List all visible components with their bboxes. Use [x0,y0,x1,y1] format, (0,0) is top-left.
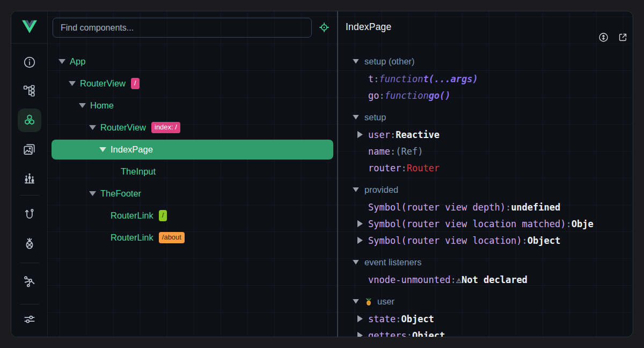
assets-icon [23,142,36,156]
components-icon [23,113,36,127]
state-row-Symbol-router-view-location-matched-[interactable]: Symbol(router view location matched) : O… [338,215,633,232]
pages-icon [23,84,36,98]
key-value-separator: : [390,146,396,157]
state-row-getters[interactable]: getters : Object [338,327,633,337]
state-row-user[interactable]: user : Reactive [338,126,633,143]
state-row-name: name : (Ref) [338,143,633,160]
tree-node-TheInput[interactable]: TheInput [48,161,337,183]
route-badge: /about [159,232,185,243]
collapse-arrow-icon[interactable] [353,59,359,64]
state-value: Reactive [396,129,440,140]
state-value: Obje [572,219,594,229]
collapse-arrow-icon[interactable] [58,59,65,64]
state-key: state [368,314,396,324]
tree-node-RouterView[interactable]: RouterView/ [48,73,337,95]
sidebar-item-graph[interactable] [18,270,41,293]
state-key: router [368,163,401,173]
key-value-separator: : [374,74,379,84]
section-label: setup (other) [364,56,415,67]
tree-node-label: RouterLink [111,233,153,243]
section-header-setup-other-[interactable]: setup (other) [338,52,633,70]
open-in-editor-button[interactable] [615,30,630,45]
tree-node-TheFooter[interactable]: TheFooter [48,183,337,205]
router-icon [23,207,36,221]
collapse-arrow-icon[interactable] [353,299,359,304]
tree-node-label: RouterView [100,122,146,133]
tree-node-label: RouterLink [111,211,153,221]
collapse-arrow-icon[interactable] [89,191,96,196]
search-input[interactable] [53,18,312,38]
state-key: name [368,146,390,157]
state-value: undefined [511,202,560,213]
expand-arrow-icon[interactable] [357,237,363,244]
section-label: event listeners [364,257,421,267]
tree-node-label: TheInput [121,166,156,177]
expand-arrow-icon[interactable] [357,315,363,322]
state-key: go [368,90,379,101]
state-value: function [379,74,423,84]
tree-node-IndexPage[interactable]: IndexPage [48,139,337,161]
state-row-Symbol-router-view-location-[interactable]: Symbol(router view location) : Object [338,232,633,249]
state-value: function [385,90,429,101]
key-value-separator: : [522,235,528,246]
sidebar-item-components[interactable] [18,108,41,132]
external-link-icon [617,32,628,43]
tree-node-RouterView[interactable]: RouterViewindex: / [48,117,337,139]
section-label: provided [364,185,398,195]
sidebar-item-assets[interactable] [18,137,41,161]
tree-node-RouterLink[interactable]: RouterLink/ [48,205,337,227]
sidebar-item-settings[interactable] [18,307,41,331]
collapse-arrow-icon[interactable] [89,125,96,130]
state-value: t(...args) [423,74,478,84]
vue-devtools-window: AppRouterView/HomeRouterViewindex: /Inde… [11,11,633,337]
section-header-provided[interactable]: provided [338,180,633,199]
settings-icon [23,312,36,326]
scroll-to-component-button[interactable] [596,30,611,45]
selected-node-highlight [52,140,333,160]
tree-node-label: IndexPage [111,144,153,155]
expand-arrow-icon[interactable] [357,220,363,227]
route-badge: / [131,78,140,89]
key-value-separator: : [379,90,384,101]
collapse-arrow-icon[interactable] [353,187,359,192]
tree-node-label: App [70,56,85,67]
collapse-arrow-icon[interactable] [353,115,359,120]
state-row-router: router : Router [338,160,633,176]
vue-logo-icon [11,11,48,44]
section-label: user [377,296,394,307]
sidebar-item-pinia[interactable] [18,231,41,255]
state-value: Object [401,314,434,324]
expand-arrow-icon[interactable] [357,332,363,337]
state-row-state[interactable]: state : Object [338,310,633,327]
tree-node-RouterLink[interactable]: RouterLink/about [48,227,337,249]
section-header-event-listeners[interactable]: event listeners [338,253,633,271]
state-value: Router [407,163,440,173]
sidebar-item-pages[interactable] [18,79,41,103]
sidebar-item-info[interactable] [18,50,41,74]
inspector-header: IndexPage [338,11,633,44]
section-header-setup[interactable]: setup [338,108,633,126]
inspected-component-title: IndexPage [346,21,391,33]
sidebar-item-router[interactable] [18,202,41,226]
component-picker-button[interactable] [317,20,332,35]
collapse-arrow-icon[interactable] [69,81,76,86]
route-badge: / [159,210,167,221]
expand-arrow-icon[interactable] [357,131,363,138]
state-row-go: go : function go() [338,87,633,104]
sidebar-item-timeline[interactable] [18,166,41,190]
sidebar-divider [20,304,39,305]
scroll-to-icon [598,32,609,43]
state-row-Symbol-router-view-depth-: Symbol(router view depth) : undefined [338,199,633,215]
key-value-separator: : [407,330,412,337]
section-header-user[interactable]: user [338,292,633,310]
tree-node-App[interactable]: App [48,50,337,73]
state-row-t: t : function t(...args) [338,70,633,87]
tree-node-Home[interactable]: Home [48,95,337,117]
collapse-arrow-icon[interactable] [79,103,86,108]
state-key: vnode-unmounted [368,274,451,285]
key-value-separator: : [390,129,396,140]
route-badge: index: / [151,122,180,133]
sidebar [11,11,48,337]
state-key: Symbol(router view depth) [368,202,506,213]
collapse-arrow-icon[interactable] [353,260,359,265]
